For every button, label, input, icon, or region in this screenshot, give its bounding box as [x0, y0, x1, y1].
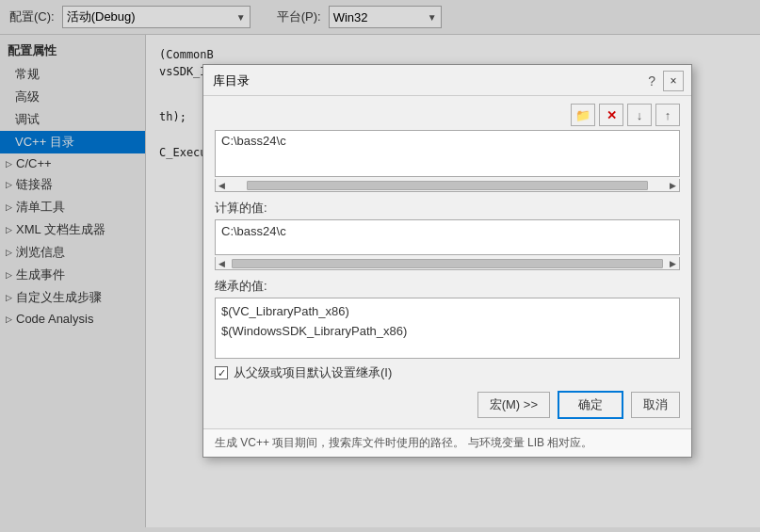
computed-value-box: C:\bass24\c — [215, 219, 680, 255]
inherited-content: $(VC_LibraryPath_x86) $(WindowsSDK_Libra… — [216, 298, 679, 346]
computed-value: C:\bass24\c — [216, 220, 679, 242]
scrollbar-thumb[interactable] — [247, 181, 648, 190]
scroll-left-arrow-icon[interactable]: ◀ — [216, 181, 228, 190]
computed-label: 计算的值: — [215, 200, 680, 217]
inherited-value-2: $(WindowsSDK_LibraryPath_x86) — [221, 322, 673, 342]
move-down-button[interactable]: ↓ — [627, 104, 652, 126]
computed-scroll-left-icon[interactable]: ◀ — [216, 259, 228, 268]
list-scrollbar-h[interactable]: ◀ ▶ — [215, 179, 680, 192]
cancel-button[interactable]: 取消 — [631, 392, 680, 418]
dialog-titlebar: 库目录 ? × — [203, 65, 691, 96]
library-dirs-dialog: 库目录 ? × 📁 ✕ ↓ ↑ C:\bass24\c ◀ ▶ 计算的值: C:… — [202, 64, 692, 458]
path-list-box[interactable]: C:\bass24\c — [215, 130, 680, 177]
move-up-button[interactable]: ↑ — [655, 104, 680, 126]
inherited-label: 继承的值: — [215, 278, 680, 295]
dialog-title: 库目录 — [213, 73, 250, 89]
macro-button[interactable]: 宏(M) >> — [477, 392, 550, 418]
dialog-help-button[interactable]: ? — [648, 73, 655, 89]
inherited-value-box: $(VC_LibraryPath_x86) $(WindowsSDK_Libra… — [215, 298, 680, 359]
dialog-title-buttons: ? × — [648, 71, 684, 91]
computed-scrollbar-thumb[interactable] — [232, 259, 663, 268]
inherit-checkbox-row: ✓ 从父级或项目默认设置继承(I) — [215, 364, 680, 381]
computed-scrollbar[interactable]: ◀ ▶ — [215, 257, 680, 270]
computed-scroll-right-icon[interactable]: ▶ — [667, 259, 679, 268]
checkbox-check-icon: ✓ — [218, 367, 226, 379]
dialog-bottom-buttons: 宏(M) >> 确定 取消 — [215, 391, 680, 419]
dialog-status-text: 生成 VC++ 项目期间，搜索库文件时使用的路径。 与环境变量 LIB 相对应。 — [215, 436, 592, 449]
dialog-toolbar: 📁 ✕ ↓ ↑ — [215, 104, 680, 126]
delete-button[interactable]: ✕ — [599, 104, 623, 126]
scroll-right-arrow-icon[interactable]: ▶ — [667, 181, 679, 190]
inherited-value-1: $(VC_LibraryPath_x86) — [221, 302, 673, 322]
inherit-checkbox-label: 从父级或项目默认设置继承(I) — [234, 364, 392, 381]
dialog-close-button[interactable]: × — [663, 71, 684, 91]
folder-button[interactable]: 📁 — [571, 104, 595, 126]
list-item: C:\bass24\c — [216, 131, 679, 151]
ok-button[interactable]: 确定 — [558, 391, 623, 419]
inherit-checkbox[interactable]: ✓ — [215, 366, 228, 379]
dialog-status-bar: 生成 VC++ 项目期间，搜索库文件时使用的路径。 与环境变量 LIB 相对应。 — [203, 428, 691, 457]
dialog-body: 📁 ✕ ↓ ↑ C:\bass24\c ◀ ▶ 计算的值: C:\bass24\… — [203, 96, 691, 428]
